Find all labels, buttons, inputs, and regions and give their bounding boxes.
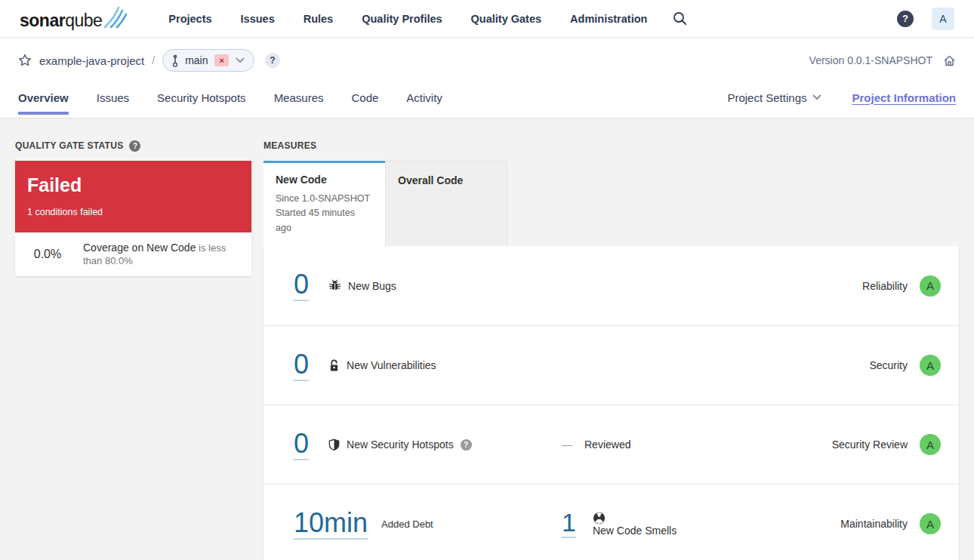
bugs-rating: Reliability A xyxy=(862,275,941,297)
main-nav: Projects Issues Rules Quality Profiles Q… xyxy=(168,13,647,25)
quality-gate-panel: QUALITY GATE STATUS ? Failed 1 condition… xyxy=(15,140,251,560)
tab-overall-code[interactable]: Overall Code xyxy=(385,161,507,246)
security-rating-badge: A xyxy=(920,355,941,376)
tab-overall-code-label: Overall Code xyxy=(398,174,495,186)
reliability-label: Reliability xyxy=(862,280,908,292)
measures-card: 0 New Bugs Reliability A 0 xyxy=(264,246,959,560)
tab-activity[interactable]: Activity xyxy=(406,77,442,118)
breadcrumb-right: Version 0.0.1-SNAPSHOT xyxy=(809,54,956,67)
measures-tabs: New Code Since 1.0-SNAPSHOT Started 45 m… xyxy=(264,161,959,246)
overview-content: QUALITY GATE STATUS ? Failed 1 condition… xyxy=(0,118,974,560)
hotspots-help-icon[interactable]: ? xyxy=(461,439,472,451)
logo-swoosh-icon xyxy=(103,6,129,29)
measure-row-bugs: 0 New Bugs Reliability A xyxy=(264,246,959,325)
new-vulnerabilities-count[interactable]: 0 xyxy=(294,350,309,381)
top-navbar: sonarqube Projects Issues Rules Quality … xyxy=(0,0,974,38)
condition-value: 0.0% xyxy=(26,248,69,261)
nav-item-administration[interactable]: Administration xyxy=(570,13,647,25)
user-avatar[interactable]: A xyxy=(932,8,954,30)
logo-text-bold: sonar xyxy=(20,11,65,30)
help-icon[interactable]: ? xyxy=(897,11,914,27)
home-icon[interactable] xyxy=(943,54,956,67)
branch-failed-badge[interactable]: × xyxy=(214,54,228,66)
condition-metric: Coverage on New Code xyxy=(83,242,196,254)
measures-panel: MEASURES New Code Since 1.0-SNAPSHOT Sta… xyxy=(264,140,959,560)
measures-heading: MEASURES xyxy=(264,140,316,151)
chevron-down-icon xyxy=(236,57,245,63)
quality-gate-conditions-summary: 1 conditions failed xyxy=(27,207,239,217)
tab-new-code-subtitle: Since 1.0-SNAPSHOT Started 45 minutes ag… xyxy=(276,192,373,235)
branch-name: main xyxy=(185,54,208,66)
new-code-started: Started 45 minutes ago xyxy=(276,206,373,235)
sonarqube-logo[interactable]: sonarqube xyxy=(20,6,129,31)
lock-icon xyxy=(328,359,340,372)
security-label: Security xyxy=(869,359,908,371)
vulnerabilities-label-group: New Vulnerabilities xyxy=(328,359,436,372)
quality-gate-status-card: Failed 1 conditions failed xyxy=(15,161,251,232)
maintainability-rating: Maintainability A xyxy=(840,513,941,534)
branch-icon xyxy=(172,54,178,67)
new-hotspots-count[interactable]: 0 xyxy=(294,429,309,460)
new-vulnerabilities-label: New Vulnerabilities xyxy=(347,359,436,371)
maintainability-label: Maintainability xyxy=(840,518,908,530)
logo-text: sonarqube xyxy=(20,11,102,31)
breadcrumb: example-java-project / main × ? Version … xyxy=(0,38,974,77)
project-settings-label: Project Settings xyxy=(727,91,806,104)
branch-selector[interactable]: main × xyxy=(162,49,254,72)
branch-help-icon[interactable]: ? xyxy=(265,53,280,68)
quality-gate-heading-row: QUALITY GATE STATUS ? xyxy=(15,140,251,152)
favorite-star-icon[interactable] xyxy=(18,54,32,67)
new-hotspots-label: New Security Hotspots xyxy=(347,438,454,451)
new-code-smells-label: New Code Smells xyxy=(593,525,677,537)
shield-icon xyxy=(328,438,340,451)
hotspots-reviewed: — Reviewed xyxy=(562,438,630,451)
tab-code[interactable]: Code xyxy=(351,77,378,118)
quality-gate-heading: QUALITY GATE STATUS xyxy=(15,140,123,151)
measure-row-vulnerabilities: 0 New Vulnerabilities Security A xyxy=(264,325,959,405)
bugs-left: 0 New Bugs xyxy=(294,270,562,301)
tab-issues[interactable]: Issues xyxy=(97,77,129,118)
chevron-down-icon xyxy=(812,94,821,100)
security-review-label: Security Review xyxy=(832,438,908,451)
new-bugs-count[interactable]: 0 xyxy=(294,270,309,301)
topbar-right: ? A xyxy=(897,8,954,30)
hotspots-rating: Security Review A xyxy=(832,434,941,455)
bug-icon xyxy=(328,279,341,292)
nav-item-rules[interactable]: Rules xyxy=(304,13,334,25)
code-smell-icon xyxy=(593,512,677,525)
tab-new-code-label: New Code xyxy=(276,174,373,186)
quality-gate-status: Failed xyxy=(27,174,239,196)
tab-security-hotspots[interactable]: Security Hotspots xyxy=(157,77,246,118)
project-name-link[interactable]: example-java-project xyxy=(39,54,144,67)
measure-row-code-smells: 10min Added Debt 1 New Code Smells Maint… xyxy=(264,484,959,560)
project-information-link[interactable]: Project Information xyxy=(852,91,956,104)
tab-measures[interactable]: Measures xyxy=(274,77,324,118)
nav-item-quality-profiles[interactable]: Quality Profiles xyxy=(362,13,442,25)
quality-gate-help-icon[interactable]: ? xyxy=(129,140,140,152)
breadcrumb-separator: / xyxy=(152,54,155,66)
tab-overview[interactable]: Overview xyxy=(18,77,69,118)
failed-condition-row[interactable]: 0.0% Coverage on New Code is less than 8… xyxy=(15,232,251,276)
tab-new-code[interactable]: New Code Since 1.0-SNAPSHOT Started 45 m… xyxy=(264,161,385,246)
nav-item-quality-gates[interactable]: Quality Gates xyxy=(471,13,541,25)
measures-heading-row: MEASURES xyxy=(264,140,959,152)
added-debt-label: Added Debt xyxy=(381,518,433,530)
search-icon[interactable] xyxy=(673,11,687,26)
maintainability-rating-badge: A xyxy=(920,513,941,534)
new-code-smells-count[interactable]: 1 xyxy=(562,509,576,539)
bugs-label-group: New Bugs xyxy=(328,279,396,292)
logo-text-light: qube xyxy=(65,11,102,30)
project-settings-dropdown[interactable]: Project Settings xyxy=(727,91,821,104)
measure-row-hotspots: 0 New Security Hotspots ? — Reviewed Sec… xyxy=(264,405,959,484)
condition-text: Coverage on New Code is less than 80.0% xyxy=(83,242,241,267)
nav-item-projects[interactable]: Projects xyxy=(168,13,211,25)
project-tabs: Overview Issues Security Hotspots Measur… xyxy=(0,77,974,118)
reviewed-label: Reviewed xyxy=(584,438,630,451)
new-bugs-label: New Bugs xyxy=(348,280,396,292)
project-version: Version 0.0.1-SNAPSHOT xyxy=(809,54,932,66)
reviewed-value-dash: — xyxy=(562,438,572,451)
code-smells-label-group: New Code Smells xyxy=(593,512,677,537)
nav-item-issues[interactable]: Issues xyxy=(241,13,275,25)
reliability-rating-badge: A xyxy=(920,275,941,297)
added-debt-value[interactable]: 10min xyxy=(294,509,368,540)
